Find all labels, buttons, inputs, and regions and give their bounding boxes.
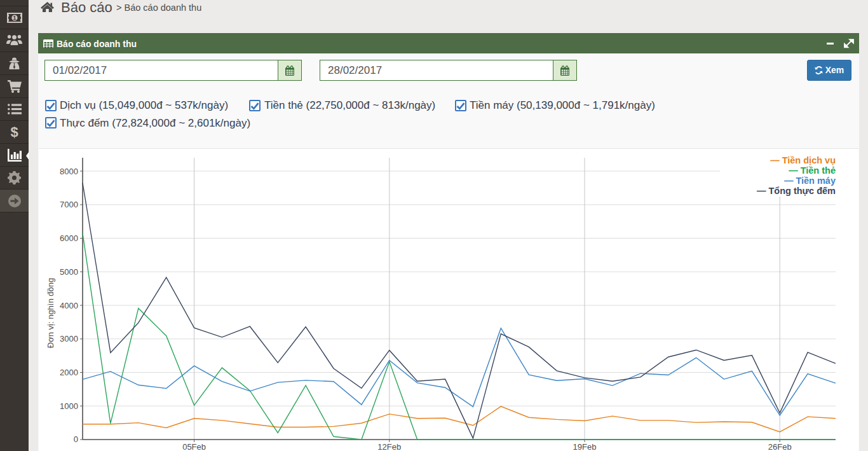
svg-text:05Feb: 05Feb: [182, 442, 206, 451]
svg-text:Đơn vị: nghìn đồng: Đơn vị: nghìn đồng: [46, 278, 55, 348]
svg-text:6000: 6000: [60, 233, 78, 243]
svg-text:1000: 1000: [60, 401, 78, 411]
svg-text:3000: 3000: [60, 334, 78, 343]
svg-text:8000: 8000: [60, 167, 78, 176]
svg-text:4000: 4000: [60, 301, 78, 310]
svg-text:0: 0: [74, 434, 78, 444]
svg-text:5000: 5000: [60, 267, 78, 277]
svg-text:2000: 2000: [60, 368, 78, 377]
svg-text:7000: 7000: [60, 200, 78, 209]
svg-text:1: 1: [13, 14, 17, 21]
svg-text:26Feb: 26Feb: [768, 442, 792, 451]
svg-text:12Feb: 12Feb: [377, 442, 401, 451]
svg-text:19Feb: 19Feb: [573, 442, 597, 451]
